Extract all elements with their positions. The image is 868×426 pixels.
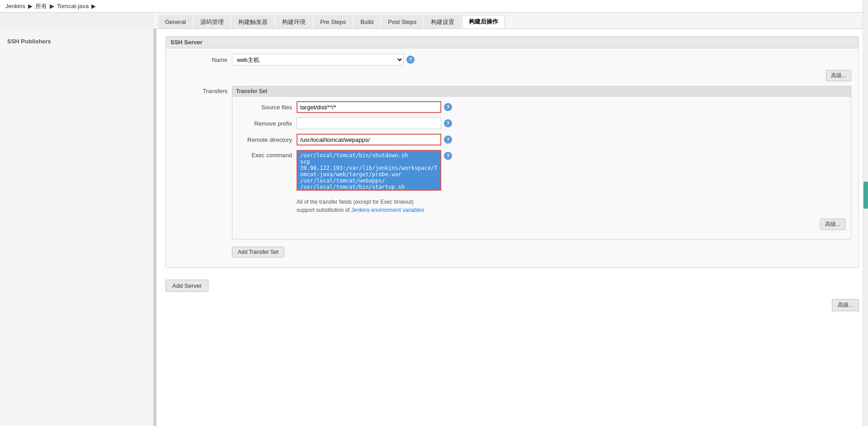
- source-files-help-icon[interactable]: ?: [444, 103, 452, 111]
- tab-build-env[interactable]: 构建环境: [275, 15, 312, 28]
- ssh-server-body: Name web主机 ? 高级... Transfers: [166, 48, 859, 267]
- advanced-row-top: 高级...: [173, 70, 851, 81]
- transfer-set-panel: Transfer Set Source files ?: [232, 86, 851, 239]
- content-area: SSH Server Name web主机 ? 高级... Transfers: [156, 29, 868, 426]
- add-server-button[interactable]: Add Server: [165, 280, 208, 292]
- add-transfer-set-button[interactable]: Add Transfer Set: [232, 247, 284, 257]
- breadcrumb-jenkins[interactable]: Jenkins: [5, 3, 25, 9]
- remote-dir-help-icon[interactable]: ?: [444, 136, 452, 144]
- tab-build-trigger[interactable]: 构建触发器: [231, 15, 274, 28]
- ssh-server-header: SSH Server: [166, 37, 859, 48]
- add-server-wrap: Add Server: [165, 275, 859, 299]
- scrollbar[interactable]: [863, 0, 868, 426]
- info-row: All of the transfer fields (except for E…: [238, 195, 845, 214]
- ssh-server-panel: SSH Server Name web主机 ? 高级... Transfers: [165, 36, 859, 268]
- info-text: All of the transfer fields (except for E…: [297, 198, 424, 214]
- remove-prefix-wrap: ?: [297, 117, 845, 129]
- tab-source-mgmt[interactable]: 源码管理: [193, 15, 231, 28]
- exec-command-label: Exec command: [238, 150, 297, 159]
- breadcrumb: Jenkins ▶ 所有 ▶ Tomcat-java ▶: [0, 0, 868, 13]
- remote-dir-row: Remote directory ?: [238, 134, 845, 145]
- tab-post-steps[interactable]: Post Steps: [381, 15, 423, 28]
- ssh-publishers-label: SSH Publishers: [7, 38, 51, 45]
- exec-command-row: Exec command /usr/local/tomcat/bin/shutd…: [238, 150, 845, 191]
- tab-general[interactable]: General: [158, 15, 193, 28]
- bottom-advanced-button[interactable]: 高级...: [832, 299, 859, 311]
- info-text-1: All of the transfer fields (except for E…: [297, 199, 414, 205]
- name-help-icon[interactable]: ?: [406, 56, 415, 64]
- bottom-advanced-row: 高级...: [165, 299, 859, 311]
- scrollbar-thumb: [863, 182, 868, 209]
- name-control-wrap: web主机 ?: [232, 54, 851, 66]
- breadcrumb-all[interactable]: 所有: [35, 2, 47, 10]
- breadcrumb-arrow-2: ▶: [50, 3, 54, 9]
- remove-prefix-help-icon[interactable]: ?: [444, 119, 452, 127]
- remove-prefix-label: Remove prefix: [238, 120, 297, 127]
- breadcrumb-project[interactable]: Tomcat-java: [57, 3, 89, 9]
- tab-pre-steps[interactable]: Pre Steps: [313, 15, 353, 28]
- source-files-wrap: ?: [297, 101, 845, 113]
- name-label: Name: [173, 56, 232, 63]
- remove-prefix-row: Remove prefix ?: [238, 117, 845, 129]
- remove-prefix-input[interactable]: [297, 117, 441, 129]
- source-files-row: Source files ?: [238, 101, 845, 113]
- tab-build-settings[interactable]: 构建设置: [424, 15, 461, 28]
- remote-dir-wrap: ?: [297, 134, 845, 145]
- exec-command-wrap: /usr/local/tomcat/bin/shutdown.sh scp 39…: [297, 150, 845, 191]
- source-files-input[interactable]: [297, 101, 441, 113]
- breadcrumb-arrow-1: ▶: [28, 3, 33, 9]
- name-select[interactable]: web主机: [232, 54, 404, 66]
- jenkins-env-vars-link[interactable]: Jenkins environment variables: [351, 207, 424, 213]
- transfer-advanced-row: 高级...: [238, 219, 845, 230]
- source-files-label: Source files: [238, 104, 297, 111]
- breadcrumb-arrow-3: ▶: [91, 3, 96, 9]
- remote-dir-label: Remote directory: [238, 136, 297, 143]
- transfer-set-body: Source files ? Remove prefix: [232, 97, 851, 239]
- left-sidebar: SSH Publishers: [0, 29, 154, 426]
- name-row: Name web主机 ?: [173, 54, 851, 66]
- transfer-advanced-button[interactable]: 高级...: [820, 219, 845, 230]
- transfers-label: Transfers: [173, 86, 232, 257]
- exec-command-help-icon[interactable]: ?: [444, 152, 452, 160]
- advanced-button-top[interactable]: 高级...: [826, 70, 851, 81]
- tab-build[interactable]: Build: [354, 15, 380, 28]
- remote-dir-input[interactable]: [297, 134, 441, 145]
- main-layout: SSH Publishers SSH Server Name web主机 ? 高…: [0, 29, 868, 426]
- transfers-section: Transfers Transfer Set Source files: [173, 86, 851, 257]
- exec-command-textarea[interactable]: /usr/local/tomcat/bin/shutdown.sh scp 39…: [297, 150, 441, 191]
- tab-post-build[interactable]: 构建后操作: [462, 15, 505, 28]
- transfers-content: Transfer Set Source files ?: [232, 86, 851, 257]
- transfer-set-header: Transfer Set: [232, 86, 851, 97]
- info-text-2: support substitution of: [297, 207, 351, 213]
- tab-bar: General 源码管理 构建触发器 构建环境 Pre Steps Build …: [154, 13, 868, 29]
